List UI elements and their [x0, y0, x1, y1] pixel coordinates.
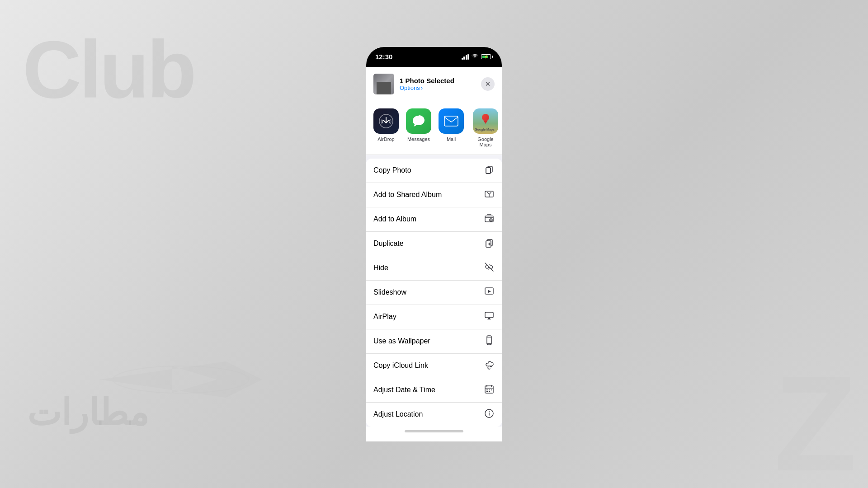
app-icons-row: AirDrop Messages Mail: [366, 101, 502, 155]
adjust-date-label: Adjust Date & Time: [373, 386, 435, 394]
watermark-club: Club: [23, 23, 194, 116]
airplane-decoration: [90, 352, 271, 407]
home-indicator: [366, 427, 502, 441]
adjust-location-label: Adjust Location: [373, 410, 423, 418]
duplicate-label: Duplicate: [373, 239, 404, 248]
close-button[interactable]: ✕: [481, 77, 495, 91]
copy-photo-item[interactable]: Copy Photo: [366, 159, 502, 183]
airdrop-label: AirDrop: [377, 136, 394, 142]
svg-rect-7: [486, 168, 491, 174]
adjust-date-item[interactable]: Adjust Date & Time: [366, 378, 502, 403]
mail-icon: [439, 108, 464, 134]
share-title: 1 Photo Selected: [400, 77, 476, 84]
maps-app-item[interactable]: Google Maps Google Maps: [471, 108, 500, 147]
add-album-icon: [484, 213, 495, 225]
battery-icon: ⚡: [481, 54, 493, 59]
hide-label: Hide: [373, 264, 388, 272]
messages-icon: [406, 108, 431, 134]
add-shared-album-item[interactable]: Add to Shared Album: [366, 183, 502, 207]
svg-rect-2: [444, 116, 458, 126]
icloud-link-icon: [484, 360, 495, 372]
svg-rect-16: [485, 312, 493, 318]
wallpaper-icon: [484, 335, 495, 347]
icloud-link-label: Copy iCloud Link: [373, 361, 428, 370]
svg-rect-28: [491, 389, 492, 390]
mail-label: Mail: [447, 136, 456, 142]
airplay-item[interactable]: AirPlay: [366, 305, 502, 329]
wallpaper-item[interactable]: Use as Wallpaper: [366, 329, 502, 354]
phone-container: 12:30 ⚡: [366, 47, 502, 441]
airdrop-app-item[interactable]: AirDrop: [373, 108, 399, 147]
share-header: 1 Photo Selected Options › ✕: [366, 67, 502, 101]
add-shared-album-icon: [484, 189, 495, 201]
home-bar: [405, 430, 463, 432]
options-link[interactable]: Options ›: [400, 84, 476, 91]
status-icons: ⚡: [462, 53, 493, 60]
duplicate-icon: [484, 238, 495, 250]
status-time: 12:30: [375, 53, 392, 61]
slideshow-label: Slideshow: [373, 288, 406, 296]
watermark-z: Z: [774, 345, 854, 488]
svg-rect-26: [486, 391, 488, 392]
svg-rect-25: [489, 389, 490, 390]
airplay-icon: [484, 311, 495, 323]
hide-icon: [484, 262, 495, 274]
share-header-text: 1 Photo Selected Options ›: [400, 77, 476, 91]
add-shared-album-label: Add to Shared Album: [373, 191, 442, 199]
adjust-location-item[interactable]: Adjust Location: [366, 403, 502, 427]
slideshow-item[interactable]: Slideshow: [366, 281, 502, 305]
adjust-date-icon: [484, 384, 495, 396]
status-bar: 12:30 ⚡: [366, 47, 502, 67]
copy-photo-label: Copy Photo: [373, 166, 411, 174]
share-sheet: 1 Photo Selected Options › ✕: [366, 67, 502, 441]
add-album-label: Add to Album: [373, 215, 416, 223]
add-album-item[interactable]: Add to Album: [366, 207, 502, 232]
wallpaper-label: Use as Wallpaper: [373, 337, 430, 345]
copy-photo-icon: [484, 164, 495, 177]
maps-label: Google Maps: [471, 136, 500, 147]
mail-app-item[interactable]: Mail: [439, 108, 464, 147]
slideshow-icon: [484, 286, 495, 299]
messages-app-item[interactable]: Messages: [406, 108, 431, 147]
airplay-label: AirPlay: [373, 313, 396, 321]
icloud-link-item[interactable]: Copy iCloud Link: [366, 354, 502, 378]
signal-icon: [462, 54, 469, 60]
messages-label: Messages: [407, 136, 430, 142]
airdrop-icon: [373, 108, 399, 134]
hide-item[interactable]: Hide: [366, 256, 502, 281]
menu-section: Copy Photo Add to Shared Album: [366, 159, 502, 427]
maps-icon: Google Maps: [473, 108, 498, 134]
photo-thumbnail: [373, 74, 394, 94]
duplicate-item[interactable]: Duplicate: [366, 232, 502, 256]
wifi-icon: [472, 53, 478, 60]
adjust-location-icon: [484, 408, 495, 421]
svg-rect-27: [489, 391, 490, 392]
svg-rect-24: [486, 389, 488, 390]
